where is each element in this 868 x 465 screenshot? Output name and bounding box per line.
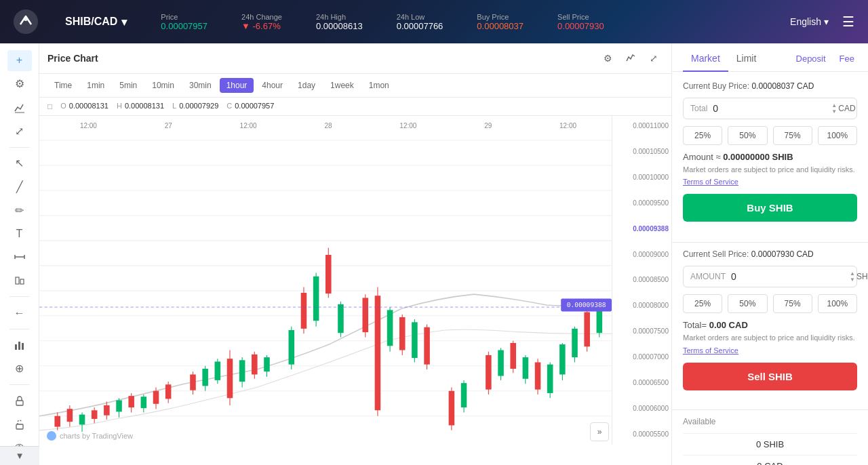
svg-rect-68	[338, 304, 344, 333]
amount-input-group[interactable]: AMOUNT ▲▼ SHIB	[683, 266, 857, 287]
panel-tabs: Market Limit Deposit Fee	[672, 43, 868, 72]
change-value: ▼ -6.67%	[241, 21, 282, 31]
open-label: O	[60, 102, 66, 111]
sell-75pct-btn[interactable]: 75%	[773, 294, 812, 313]
tf-10min-btn[interactable]: 10min	[145, 78, 181, 93]
crosshair-tool-btn[interactable]: +	[7, 50, 32, 71]
svg-rect-8	[15, 344, 17, 350]
sell-amount-spinners[interactable]: ▲▼	[850, 270, 855, 283]
price-tick-7: 0.00008500	[615, 276, 669, 283]
sell-100pct-btn[interactable]: 100%	[818, 294, 857, 313]
low-ohlc-value: 0.00007929	[179, 102, 218, 111]
tf-5min-btn[interactable]: 5min	[113, 78, 144, 93]
buy-amount-value: 0.00000000 SHIB	[723, 152, 793, 162]
tf-time-btn[interactable]: Time	[47, 78, 79, 93]
main-content: + ⚙ ⤢ ↖ ╱ ✏ T ←	[0, 43, 868, 465]
pair-label: SHIB/CAD	[65, 16, 117, 28]
collapse-btn[interactable]: ▼	[0, 446, 39, 465]
price-tick-8: 0.00008000	[615, 302, 669, 309]
svg-rect-9	[18, 342, 20, 350]
price-tick-13: 0.00005500	[615, 430, 669, 438]
tf-1min-btn[interactable]: 1min	[80, 78, 111, 93]
available-section: Available 0 SHIB 0 CAD	[672, 409, 868, 465]
zoom-in-btn[interactable]: ⊕	[7, 358, 32, 379]
svg-rect-80	[424, 327, 430, 365]
sell-25pct-btn[interactable]: 25%	[683, 294, 722, 313]
price-tick-12: 0.00006000	[615, 405, 669, 412]
text-tool-btn[interactable]: T	[7, 223, 32, 244]
fee-link[interactable]: Fee	[837, 44, 857, 70]
cursor-btn[interactable]: ↖	[7, 153, 32, 174]
chart-settings-btn[interactable]: ⚙	[598, 49, 617, 68]
svg-rect-98	[559, 344, 566, 374]
lock-btn[interactable]	[7, 390, 32, 411]
pencil-tool-btn[interactable]: ✏	[7, 200, 32, 221]
header-right: English ▾ ☰	[790, 14, 854, 30]
svg-rect-54	[239, 360, 245, 382]
price-tick-6: 0.00009000	[615, 251, 669, 258]
price-tick-2: 0.00010500	[615, 148, 669, 155]
tf-1mon-btn[interactable]: 1mon	[362, 78, 396, 93]
line-tool-btn[interactable]: ╱	[7, 176, 32, 197]
measure-icon	[14, 251, 26, 263]
buy-100pct-btn[interactable]: 100%	[818, 126, 857, 145]
shib-balance-row: 0 SHIB	[683, 433, 857, 455]
chart-fullscreen-btn[interactable]: ⤢	[644, 49, 663, 68]
back-btn[interactable]: ←	[7, 302, 32, 323]
left-toolbar: + ⚙ ⤢ ↖ ╱ ✏ T ←	[0, 43, 39, 465]
total-input-group[interactable]: Total ▲▼ CAD	[683, 98, 857, 119]
toolbar-divider-4	[9, 384, 30, 385]
buy-25pct-btn[interactable]: 25%	[683, 126, 722, 145]
sell-amount-input[interactable]	[731, 271, 850, 282]
pair-selector[interactable]: SHIB/CAD ▾	[65, 16, 127, 28]
language-selector[interactable]: English ▾	[790, 16, 829, 27]
svg-rect-64	[313, 277, 319, 321]
market-tab[interactable]: Market	[683, 43, 728, 72]
svg-rect-52	[227, 359, 233, 398]
price-stat: Price 0.00007957	[161, 13, 208, 31]
tf-1week-btn[interactable]: 1week	[323, 78, 361, 93]
sell-50pct-btn[interactable]: 50%	[728, 294, 767, 313]
limit-tab[interactable]: Limit	[728, 43, 765, 72]
sell-price-stat: Sell Price 0.00007930	[557, 13, 604, 31]
chart-compare-btn[interactable]	[621, 49, 640, 68]
shib-balance: 0 SHIB	[756, 439, 784, 449]
measure-btn[interactable]	[7, 247, 32, 268]
unlock-btn[interactable]	[7, 414, 32, 435]
compare-icon	[625, 53, 636, 64]
tradingview-logo	[46, 430, 57, 441]
bar-chart-btn[interactable]	[7, 335, 32, 356]
svg-rect-42	[153, 391, 159, 404]
hamburger-menu-icon[interactable]: ☰	[842, 14, 854, 30]
pattern-btn[interactable]	[7, 270, 32, 291]
fullscreen-btn[interactable]: ⤢	[7, 121, 32, 142]
indicators-btn[interactable]	[7, 97, 32, 118]
panel-links: Deposit Fee	[793, 44, 857, 70]
change-stat: 24h Change ▼ -6.67%	[241, 13, 282, 31]
svg-rect-26	[54, 416, 60, 427]
tf-1hour-btn[interactable]: 1hour	[220, 78, 254, 93]
total-currency: ▲▼ CAD	[831, 102, 855, 115]
chart-canvas: 0.00009388 0.00011000 0.00010500 0.00010…	[39, 115, 671, 465]
buy-shib-button[interactable]: Buy SHIB	[683, 194, 857, 222]
total-spinners[interactable]: ▲▼	[831, 102, 837, 115]
sell-tos-link[interactable]: Terms of Service	[683, 346, 857, 355]
chart-title: Price Chart	[47, 53, 98, 64]
buy-tos-link[interactable]: Terms of Service	[683, 178, 857, 186]
sell-shib-button[interactable]: Sell SHIB	[683, 363, 857, 390]
ohlc-box-icon: □	[47, 102, 52, 111]
buy-price-stat: Buy Price 0.00008037	[477, 13, 524, 31]
buy-50pct-btn[interactable]: 50%	[728, 126, 767, 145]
sell-total-value: 0.00 CAD	[709, 320, 748, 330]
settings-btn[interactable]: ⚙	[7, 74, 32, 95]
tf-4hour-btn[interactable]: 4hour	[255, 78, 290, 93]
total-input[interactable]	[713, 103, 831, 114]
buy-75pct-btn[interactable]: 75%	[773, 126, 812, 145]
open-value: 0.00008131	[69, 102, 108, 111]
svg-rect-32	[92, 410, 98, 419]
tf-30min-btn[interactable]: 30min	[182, 78, 218, 93]
chart-expand-btn[interactable]: »	[590, 422, 609, 441]
sell-percent-btns: 25% 50% 75% 100%	[683, 294, 857, 313]
tf-1day-btn[interactable]: 1day	[291, 78, 322, 93]
deposit-link[interactable]: Deposit	[793, 44, 829, 70]
